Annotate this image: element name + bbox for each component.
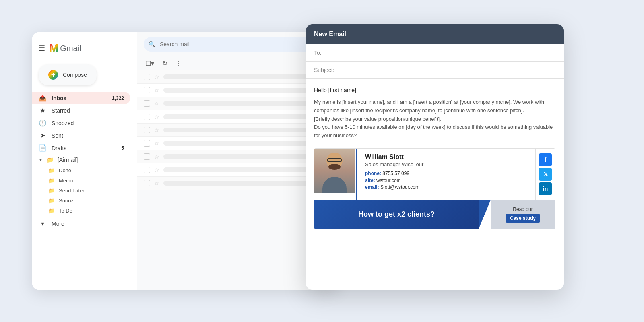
- todo-folder-icon: 📁: [48, 208, 55, 214]
- compose-button[interactable]: + Compose: [39, 64, 97, 85]
- search-input[interactable]: [144, 37, 332, 52]
- sent-icon: ➤: [39, 132, 47, 139]
- email-checkbox[interactable]: [144, 140, 150, 147]
- to-field[interactable]: To:: [306, 44, 564, 62]
- sig-site-value: wstour.com: [376, 178, 401, 183]
- inbox-label: Inbox: [52, 95, 66, 101]
- email-checkbox[interactable]: [144, 153, 150, 160]
- email-checkbox[interactable]: [144, 74, 150, 80]
- sig-photo: [314, 149, 355, 193]
- sent-label: Sent: [52, 132, 63, 139]
- email-star[interactable]: ☆: [154, 127, 159, 133]
- memo-folder-icon: 📁: [48, 178, 55, 184]
- snooze-icon: 🕐: [39, 119, 47, 127]
- hamburger-icon[interactable]: ☰: [39, 44, 45, 53]
- sig-phone-label: phone:: [365, 171, 381, 176]
- sidebar: ☰ M Gmail + Compose 📥 Inbox 1,322 ★ Star…: [32, 32, 137, 290]
- email-checkbox[interactable]: [144, 180, 150, 186]
- sidebar-item-airmail[interactable]: ▼ 📁 [Airmail]: [32, 154, 137, 165]
- sidebar-item-memo[interactable]: 📁 Memo: [32, 175, 137, 186]
- more-options-button[interactable]: ⋮: [174, 58, 184, 69]
- email-checkbox[interactable]: [144, 100, 150, 107]
- email-star[interactable]: ☆: [154, 153, 159, 160]
- sig-email: email: Slott@wstour.com: [365, 184, 529, 190]
- email-compose-header: New Email: [306, 24, 564, 44]
- select-checkbox-button[interactable]: ☐▾: [144, 58, 156, 69]
- avatar-body: [322, 177, 347, 193]
- email-checkbox[interactable]: [144, 167, 150, 173]
- inbox-icon: 📥: [39, 94, 47, 102]
- subject-field[interactable]: Subject:: [306, 62, 564, 79]
- banner-left: How to get x2 clients?: [314, 200, 479, 229]
- sig-phone: phone: 8755 57 099: [365, 171, 529, 176]
- sendlater-folder-icon: 📁: [48, 188, 55, 194]
- sidebar-item-snooze[interactable]: 📁 Snooze: [32, 196, 137, 206]
- airmail-folder-icon: 📁: [47, 157, 54, 163]
- sig-site: site: wstour.com: [365, 178, 529, 183]
- sidebar-item-starred[interactable]: ★ Starred: [32, 104, 130, 117]
- search-icon: 🔍: [149, 41, 155, 47]
- banner-main-text: How to get x2 clients?: [358, 210, 435, 219]
- compose-plus-icon: +: [48, 70, 58, 80]
- refresh-button[interactable]: ↻: [161, 58, 169, 69]
- gmail-text: Gmail: [60, 44, 81, 53]
- gmail-logo: M Gmail: [49, 42, 81, 55]
- email-checkbox[interactable]: [144, 114, 150, 120]
- email-star[interactable]: ☆: [154, 180, 159, 186]
- avatar: [314, 149, 355, 193]
- email-star[interactable]: ☆: [154, 167, 159, 173]
- sig-name: William Slott: [365, 153, 529, 161]
- email-checkbox[interactable]: [144, 87, 150, 93]
- email-star[interactable]: ☆: [154, 100, 159, 107]
- new-email-window: New Email To: Subject: Hello [first name…: [306, 24, 564, 290]
- chevron-up-icon: ▾: [39, 220, 47, 227]
- gmail-window: ☰ M Gmail + Compose 📥 Inbox 1,322 ★ Star…: [32, 32, 338, 290]
- email-star[interactable]: ☆: [154, 87, 159, 93]
- email-star[interactable]: ☆: [154, 74, 159, 80]
- email-star[interactable]: ☆: [154, 114, 159, 120]
- email-body-text: My name is [insert your name], and I am …: [314, 98, 555, 140]
- facebook-icon: f: [545, 157, 547, 163]
- starred-label: Starred: [52, 107, 70, 114]
- sig-title: Sales manager WiseTour: [365, 161, 529, 167]
- email-signature: William Slott Sales manager WiseTour pho…: [314, 148, 555, 229]
- snooze-folder-icon: 📁: [48, 198, 55, 204]
- email-greeting: Hello [first name],: [314, 87, 555, 93]
- sidebar-item-sendlater[interactable]: 📁 Send Later: [32, 186, 137, 196]
- star-icon: ★: [39, 107, 47, 114]
- sig-social: f 𝕏 in: [535, 149, 555, 200]
- to-label: To:: [314, 50, 322, 56]
- done-folder-icon: 📁: [48, 167, 55, 173]
- avatar-glasses: [327, 158, 342, 162]
- facebook-button[interactable]: f: [539, 153, 552, 166]
- sidebar-item-done[interactable]: 📁 Done: [32, 165, 137, 175]
- sidebar-item-more[interactable]: ▾ More: [32, 217, 130, 230]
- snoozed-label: Snoozed: [52, 120, 74, 126]
- search-input-wrap: 🔍: [144, 37, 332, 52]
- banner-diagonal: [479, 200, 491, 229]
- sidebar-item-todo[interactable]: 📁 To Do: [32, 206, 137, 216]
- sidebar-item-sent[interactable]: ➤ Sent: [32, 129, 130, 142]
- gmail-m-icon: M: [49, 42, 58, 55]
- linkedin-button[interactable]: in: [539, 182, 552, 195]
- sidebar-item-drafts[interactable]: 📄 Drafts 5: [32, 142, 130, 154]
- banner-read-label: Read our: [513, 206, 533, 212]
- sig-main: William Slott Sales manager WiseTour pho…: [314, 149, 555, 200]
- sidebar-item-inbox[interactable]: 📥 Inbox 1,322: [32, 92, 130, 104]
- sig-divider: [356, 149, 357, 200]
- sidebar-header: ☰ M Gmail: [32, 39, 137, 61]
- drafts-icon: 📄: [39, 144, 47, 152]
- more-label: More: [52, 221, 64, 227]
- email-star[interactable]: ☆: [154, 140, 159, 147]
- drafts-badge: 5: [121, 145, 124, 151]
- nav-section: 📥 Inbox 1,322 ★ Starred 🕐 Snoozed ➤ Sent…: [32, 92, 137, 230]
- sendlater-label: Send Later: [59, 188, 85, 194]
- twitter-button[interactable]: 𝕏: [539, 168, 552, 181]
- sig-email-value: Slott@wstour.com: [380, 184, 419, 190]
- compose-label: Compose: [63, 72, 87, 78]
- banner-right[interactable]: Read our Case study: [491, 200, 555, 229]
- email-checkbox[interactable]: [144, 127, 150, 133]
- inbox-badge: 1,322: [112, 95, 124, 101]
- avatar-beard: [328, 164, 341, 170]
- sidebar-item-snoozed[interactable]: 🕐 Snoozed: [32, 117, 130, 129]
